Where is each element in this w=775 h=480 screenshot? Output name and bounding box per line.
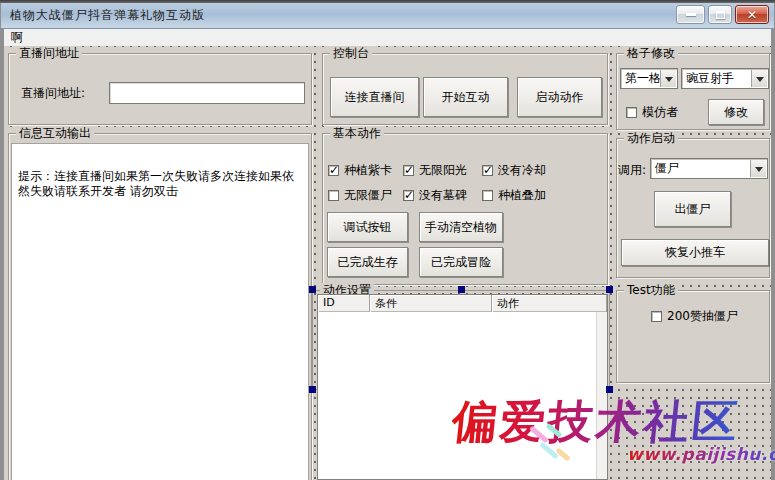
group-grid-modify-title: 格子修改 <box>624 46 678 61</box>
menu-item-a[interactable]: 啊 <box>4 29 30 46</box>
table-header-id[interactable]: ID <box>318 295 370 312</box>
minimize-icon <box>686 13 696 16</box>
group-console-title: 控制台 <box>330 46 372 61</box>
group-output: 信息互动输出 提示：连接直播间如果第一次失败请多次连接如果依然失败请联系开发者 … <box>8 133 312 480</box>
group-action-start-title: 动作启动 <box>624 131 678 146</box>
group-test: Test功能 200赞抽僵尸 <box>616 290 770 383</box>
slot-select-value: 第一格 <box>625 70 661 87</box>
call-select[interactable]: 僵尸 <box>650 158 768 179</box>
selection-handle[interactable] <box>606 286 613 293</box>
checkbox-no-cooldown[interactable]: 没有冷却 <box>482 162 546 179</box>
group-action-start: 动作启动 调用: 僵尸 出僵尸 恢复小推车 <box>616 138 770 278</box>
checkbox-label: 没有冷却 <box>498 162 546 179</box>
table-header-row: ID 条件 动作 <box>318 295 607 312</box>
test-draw-zombie-checkbox[interactable]: 200赞抽僵尸 <box>651 308 738 325</box>
selection-handle[interactable] <box>309 386 316 393</box>
checkbox-plant-purple[interactable]: 种植紫卡 <box>328 162 392 179</box>
group-output-title: 信息互动输出 <box>16 126 94 141</box>
slot-select[interactable]: 第一格 <box>620 68 678 89</box>
action-settings-table: ID 条件 动作 <box>317 294 608 480</box>
plant-select-value: 豌豆射手 <box>686 70 734 87</box>
checkbox-icon <box>328 190 339 201</box>
call-label: 调用: <box>618 162 646 179</box>
output-message: 提示：连接直播间如果第一次失败请多次连接如果依然失败请联系开发者 请勿双击 <box>12 144 308 199</box>
minimize-button[interactable] <box>676 5 705 24</box>
group-test-title: Test功能 <box>624 283 678 298</box>
window-controls: ✕ <box>676 5 769 24</box>
table-header-action[interactable]: 动作 <box>492 295 607 312</box>
selection-handle[interactable] <box>458 286 465 293</box>
checkbox-no-tombstone[interactable]: 没有墓碑 <box>403 187 467 204</box>
imitator-checkbox[interactable]: 模仿者 <box>626 104 678 121</box>
spawn-zombie-button[interactable]: 出僵尸 <box>654 191 731 227</box>
window-title: 植物大战僵尸抖音弹幕礼物互动版 <box>1 7 205 24</box>
output-box: 提示：连接直播间如果第一次失败请多次连接如果依然失败请联系开发者 请勿双击 <box>11 143 309 480</box>
table-header-condition[interactable]: 条件 <box>370 295 492 312</box>
menu-bar: 啊 <box>4 29 771 46</box>
survival-done-button[interactable]: 已完成生存 <box>327 247 408 277</box>
checkbox-icon <box>651 311 662 322</box>
selection-handle[interactable] <box>309 286 316 293</box>
checkbox-icon <box>626 107 637 118</box>
checkbox-label: 模仿者 <box>642 104 678 121</box>
close-button[interactable]: ✕ <box>735 5 769 24</box>
dropdown-arrow-icon[interactable] <box>660 70 676 87</box>
dropdown-arrow-icon[interactable] <box>751 70 767 87</box>
adventure-done-button[interactable]: 已完成冒险 <box>419 247 503 277</box>
maximize-button[interactable] <box>708 5 732 24</box>
debug-button[interactable]: 调试按钮 <box>327 212 408 242</box>
call-select-value: 僵尸 <box>655 160 679 177</box>
checkbox-label: 200赞抽僵尸 <box>667 308 738 325</box>
app-window: 植物大战僵尸抖音弹幕礼物互动版 ✕ 啊 直播间地址 直播间地址: 信息互动输出 … <box>0 0 775 480</box>
checkbox-infinite-sun[interactable]: 无限阳光 <box>403 162 467 179</box>
close-icon: ✕ <box>747 9 757 21</box>
clear-plants-button[interactable]: 手动清空植物 <box>419 212 503 242</box>
group-console: 控制台 连接直播间 开始互动 启动动作 <box>322 53 608 125</box>
checkbox-label: 无限僵尸 <box>344 187 392 204</box>
connect-live-button[interactable]: 连接直播间 <box>330 77 419 117</box>
group-basic-actions-title: 基本动作 <box>330 126 384 141</box>
title-bar: 植物大战僵尸抖音弹幕礼物互动版 <box>1 3 774 29</box>
checkbox-label: 无限阳光 <box>419 162 467 179</box>
start-interact-button[interactable]: 开始互动 <box>423 77 508 117</box>
checkbox-plant-stack[interactable]: 种植叠加 <box>482 187 546 204</box>
plant-select[interactable]: 豌豆射手 <box>681 68 769 89</box>
checkbox-icon <box>482 165 493 176</box>
selection-handle[interactable] <box>606 386 613 393</box>
restore-cart-button[interactable]: 恢复小推车 <box>621 239 769 266</box>
group-live-address-title: 直播间地址 <box>16 46 82 61</box>
group-grid-modify: 格子修改 第一格 豌豆射手 模仿者 修改 <box>616 53 770 130</box>
group-live-address: 直播间地址 直播间地址: <box>8 53 312 125</box>
maximize-icon <box>716 11 725 19</box>
live-address-input[interactable] <box>109 82 305 104</box>
checkbox-label: 没有墓碑 <box>419 187 467 204</box>
checkbox-infinite-zombie[interactable]: 无限僵尸 <box>328 187 392 204</box>
modify-button[interactable]: 修改 <box>708 99 764 125</box>
checkbox-icon <box>328 165 339 176</box>
checkbox-label: 种植紫卡 <box>344 162 392 179</box>
checkbox-icon <box>403 165 414 176</box>
checkbox-icon <box>403 190 414 201</box>
checkbox-label: 种植叠加 <box>498 187 546 204</box>
dropdown-arrow-icon[interactable] <box>750 160 766 177</box>
checkbox-icon <box>482 190 493 201</box>
group-basic-actions: 基本动作 种植紫卡 无限阳光 没有冷却 无限僵尸 没有墓碑 种植叠加 调试按钮 … <box>322 133 608 285</box>
live-address-label: 直播间地址: <box>21 85 85 102</box>
table-vertical-scrollbar[interactable] <box>596 312 607 479</box>
start-action-button[interactable]: 启动动作 <box>517 77 602 117</box>
